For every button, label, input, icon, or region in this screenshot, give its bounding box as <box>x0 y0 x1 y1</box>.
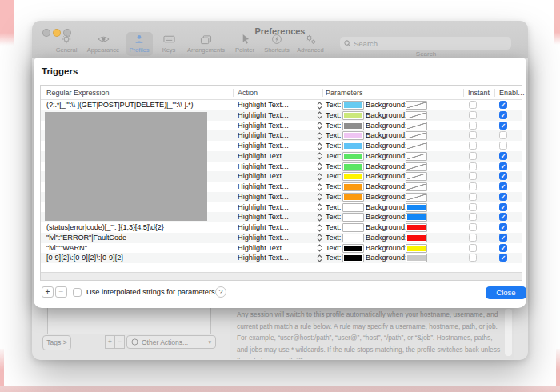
text-color-well[interactable] <box>342 223 364 232</box>
background-color-well[interactable] <box>406 172 427 181</box>
remove-trigger-button[interactable]: − <box>55 286 67 298</box>
background-color-well[interactable] <box>406 234 427 242</box>
text-color-well[interactable] <box>342 111 364 120</box>
instant-checkbox[interactable] <box>469 142 477 150</box>
instant-checkbox[interactable] <box>469 131 477 139</box>
popup-stepper-icon[interactable] <box>317 224 322 234</box>
popup-stepper-icon[interactable] <box>317 193 322 202</box>
trigger-row[interactable]: [0-9]{2}\:[0-9]{2}\:[0-9]{2}Highlight Te… <box>41 253 522 263</box>
background-color-well[interactable] <box>406 152 427 161</box>
background-color-well[interactable] <box>406 101 427 110</box>
enabled-checkbox[interactable]: ✓ <box>499 152 507 160</box>
toolbar-item-shortcuts[interactable]: Shortcuts <box>258 33 295 54</box>
popup-stepper-icon[interactable] <box>317 244 322 254</box>
action-popup[interactable]: Highlight Text… <box>238 141 289 151</box>
enabled-checkbox[interactable]: ✓ <box>499 162 507 170</box>
action-popup[interactable]: Highlight Text… <box>238 222 289 233</box>
instant-checkbox[interactable] <box>469 234 477 242</box>
popup-stepper-icon[interactable] <box>317 111 322 121</box>
background-color-well[interactable] <box>406 223 427 232</box>
text-color-well[interactable] <box>342 234 364 242</box>
enabled-checkbox[interactable]: ✓ <box>499 193 507 201</box>
background-color-well[interactable] <box>406 131 427 140</box>
background-color-well[interactable] <box>406 244 427 253</box>
instant-checkbox[interactable] <box>469 182 477 190</box>
tags-button[interactable]: Tags > <box>42 335 71 350</box>
enabled-checkbox[interactable]: ✓ <box>499 244 507 252</box>
text-color-well[interactable] <box>342 193 364 202</box>
background-color-well[interactable] <box>406 162 427 171</box>
toolbar-item-advanced[interactable]: Advanced <box>292 33 329 54</box>
search-input[interactable]: Search <box>340 37 511 50</box>
action-popup[interactable]: Highlight Text… <box>238 171 289 182</box>
background-color-well[interactable] <box>406 203 427 212</box>
enabled-checkbox[interactable]: ✓ <box>499 213 507 221</box>
background-color-well[interactable] <box>406 122 427 130</box>
enabled-checkbox[interactable]: ✓ <box>499 203 507 211</box>
text-color-well[interactable] <box>342 203 364 212</box>
action-popup[interactable]: Highlight Text… <box>238 182 289 192</box>
popup-stepper-icon[interactable] <box>317 203 322 213</box>
background-color-well[interactable] <box>406 254 427 262</box>
background-color-well[interactable] <box>406 193 427 202</box>
enabled-checkbox[interactable] <box>499 142 507 150</box>
text-color-well[interactable] <box>342 244 364 253</box>
action-popup[interactable]: Highlight Text… <box>238 243 289 254</box>
enabled-checkbox[interactable]: ✓ <box>499 182 507 190</box>
enabled-checkbox[interactable]: ✓ <box>499 254 507 262</box>
instant-checkbox[interactable] <box>469 152 477 160</box>
action-popup[interactable]: Highlight Text… <box>238 192 289 202</box>
action-popup[interactable]: Highlight Text… <box>238 212 289 222</box>
popup-stepper-icon[interactable] <box>317 162 322 172</box>
text-color-well[interactable] <box>342 254 364 262</box>
text-color-well[interactable] <box>342 182 364 191</box>
popup-stepper-icon[interactable] <box>317 142 322 152</box>
action-popup[interactable]: Highlight Text… <box>238 121 289 131</box>
popup-stepper-icon[interactable] <box>317 102 322 111</box>
instant-checkbox[interactable] <box>469 122 477 130</box>
close-button[interactable]: Close <box>486 286 526 299</box>
enabled-checkbox[interactable]: ✓ <box>499 223 507 231</box>
instant-checkbox[interactable] <box>469 111 477 119</box>
instant-checkbox[interactable] <box>469 203 477 211</box>
enabled-checkbox[interactable]: ✓ <box>499 101 507 109</box>
instant-checkbox[interactable] <box>469 101 477 109</box>
text-color-well[interactable] <box>342 152 364 161</box>
text-color-well[interactable] <box>342 162 364 171</box>
popup-stepper-icon[interactable] <box>317 214 322 223</box>
text-color-well[interactable] <box>342 131 364 140</box>
trigger-row[interactable]: "lvl":"ERROR"|FaultCodeHighlight Text…Te… <box>41 233 522 243</box>
other-actions-dropdown[interactable]: Other Actions... ▾ <box>126 335 216 349</box>
instant-checkbox[interactable] <box>469 223 477 231</box>
scrollbar-track[interactable] <box>505 309 512 356</box>
toolbar-item-arrangements[interactable]: Arrangements <box>187 33 224 54</box>
enabled-checkbox[interactable]: ✓ <box>499 234 507 242</box>
text-color-well[interactable] <box>342 172 364 181</box>
popup-stepper-icon[interactable] <box>317 254 322 264</box>
action-popup[interactable]: Highlight Text… <box>238 130 289 141</box>
text-color-well[interactable] <box>342 142 364 150</box>
action-popup[interactable]: Highlight Text… <box>238 233 289 243</box>
action-popup[interactable]: Highlight Text… <box>238 202 289 213</box>
background-color-well[interactable] <box>406 111 427 120</box>
action-popup[interactable]: Highlight Text… <box>238 110 289 121</box>
toolbar-item-appearance[interactable]: Appearance <box>85 33 122 54</box>
background-color-well[interactable] <box>406 182 427 191</box>
text-color-well[interactable] <box>342 213 364 222</box>
interpolated-strings-checkbox[interactable] <box>73 288 82 297</box>
instant-checkbox[interactable] <box>469 172 477 180</box>
enabled-checkbox[interactable]: ✓ <box>499 111 507 119</box>
remove-profile-button[interactable]: − <box>114 335 125 349</box>
popup-stepper-icon[interactable] <box>317 173 322 182</box>
instant-checkbox[interactable] <box>469 162 477 170</box>
text-color-well[interactable] <box>342 122 364 130</box>
toolbar-item-keys[interactable]: Keys <box>150 33 187 54</box>
add-trigger-button[interactable]: + <box>42 286 54 298</box>
background-color-well[interactable] <box>406 142 427 150</box>
instant-checkbox[interactable] <box>469 193 477 201</box>
popup-stepper-icon[interactable] <box>317 234 322 243</box>
background-color-well[interactable] <box>406 213 427 222</box>
action-popup[interactable]: Highlight Text… <box>238 151 289 162</box>
enabled-checkbox[interactable] <box>499 131 507 139</box>
action-popup[interactable]: Highlight Text… <box>238 253 289 263</box>
